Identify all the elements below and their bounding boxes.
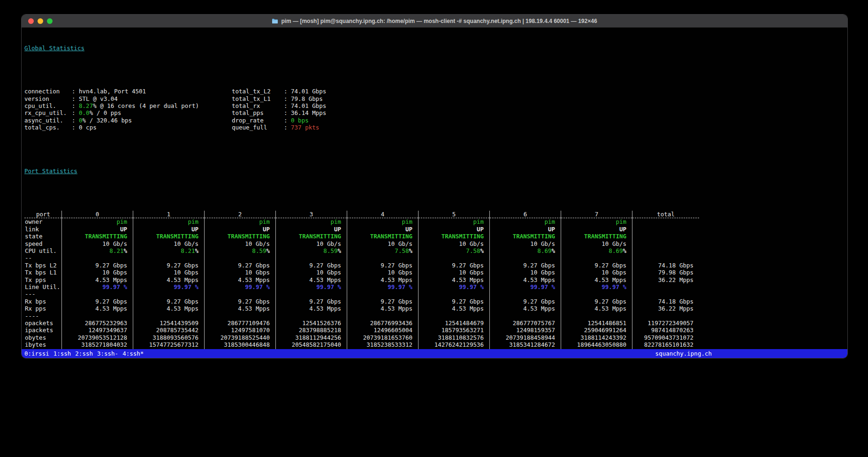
port-stat-cell: 20739188458944 [490, 334, 561, 341]
port-stat-cell: 286777109476 [205, 320, 276, 327]
port-stat-cell [561, 254, 632, 261]
port-stat-cell: 8.69% [490, 247, 561, 254]
port-stat-cell: 10 Gb/s [490, 240, 561, 247]
global-stat-line: rx_cpu_util.: 0.0% / 0 pps [24, 109, 232, 116]
port-stat-cell: 18964463050880 [561, 341, 632, 348]
port-table-header: port01234567total [24, 211, 699, 218]
row-label: opackets [24, 320, 62, 327]
port-stat-cell [133, 254, 205, 261]
port-stat-cell: 4.53 Mpps [490, 305, 561, 312]
row-label: Rx bps [24, 298, 62, 305]
tmux-window-item[interactable]: 3:ssh- [97, 349, 118, 358]
port-stat-cell: 987414870263 [632, 327, 700, 334]
port-stat-cell: UP [347, 226, 419, 233]
port-column-header: 0 [62, 211, 133, 218]
stat-label: cpu_util. [24, 102, 72, 109]
port-stat-cell: 12497349637 [62, 327, 133, 334]
port-stat-cell: 9.27 Gbps [205, 262, 276, 269]
port-stat-cell: 36.22 Mpps [632, 276, 700, 283]
port-stat-cell [133, 290, 205, 297]
port-stat-cell [205, 290, 276, 297]
port-stat-cell: 4.53 Mpps [347, 276, 419, 283]
global-stat-line: async_util.: 0% / 320.46 bps [24, 117, 232, 124]
global-stats-right-column: total_tx_L2: 74.01 Gbpstotal_tx_L1: 79.8… [232, 88, 326, 131]
port-stat-cell: 10 Gb/s [276, 240, 347, 247]
port-stat-cell: pim [490, 218, 561, 226]
port-stat-cell [561, 312, 632, 320]
port-stat-cell: 4.53 Mpps [347, 305, 419, 312]
port-stat-cell: pim [62, 218, 133, 226]
row-label: Tx bps L2 [24, 262, 62, 269]
port-stat-cell: 10 Gbps [133, 269, 205, 276]
port-stat-cell: 1197272349057 [632, 320, 700, 327]
port-column-header: 5 [419, 211, 490, 218]
port-stat-cell: 9.27 Gbps [133, 262, 205, 269]
global-stat-line: total_tx_L1: 79.8 Gbps [232, 95, 326, 102]
stat-value: % @ 16 cores (4 per dual port) [93, 102, 199, 109]
port-stat-cell: 8.21% [133, 247, 205, 254]
port-stat-cell: 10 Gbps [419, 269, 490, 276]
port-stat-cell: 4.53 Mpps [62, 276, 133, 283]
port-stat-cell: 9.27 Gbps [276, 262, 347, 269]
port-stat-cell [561, 290, 632, 297]
close-button[interactable] [28, 18, 34, 24]
port-stat-cell: 74.18 Gbps [632, 298, 700, 305]
port-stat-cell: UP [205, 226, 276, 233]
stat-label: total_pps [232, 109, 284, 116]
port-stat-cell: TRANSMITTING [205, 233, 276, 240]
tmux-window-item[interactable]: 4:ssh* [122, 349, 144, 358]
port-stat-cell [632, 240, 700, 247]
port-stat-cell: UP [276, 226, 347, 233]
port-stats-row-state: stateTRANSMITTINGTRANSMITTINGTRANSMITTIN… [24, 233, 699, 240]
minimize-button[interactable] [38, 18, 43, 24]
row-label: CPU util. [24, 247, 62, 254]
global-stat-line: cpu_util.: 8.27% @ 16 cores (4 per dual … [24, 102, 232, 109]
port-stats-row-ipackets: ipackets12497349637208785735442124975810… [24, 327, 699, 334]
row-label: link [24, 226, 62, 233]
row-label: owner [24, 218, 62, 226]
port-column-header: 3 [276, 211, 347, 218]
port-stat-cell: 9.27 Gbps [347, 262, 419, 269]
window-titlebar[interactable]: pim — [mosh] pim@squanchy.ipng.ch: /home… [22, 15, 847, 28]
global-stat-line: connection: hvn4.lab, Port 4501 [24, 88, 232, 95]
port-stats-row-cpu-util-: CPU util.8.21%8.21%8.59%8.59%7.58%7.58%8… [24, 247, 699, 254]
port-stat-cell [490, 254, 561, 261]
port-stat-cell [632, 233, 700, 240]
port-stat-cell [347, 254, 419, 261]
port-stat-cell: 12541486851 [561, 320, 632, 327]
row-label: Line Util. [24, 283, 62, 290]
fullscreen-button[interactable] [47, 18, 53, 24]
port-stats-row-ibytes: ibytes3185271804032157477256773123185300… [24, 341, 699, 348]
port-stat-cell: 286776993436 [347, 320, 419, 327]
tmux-window-item[interactable]: 1:ssh [53, 349, 71, 358]
port-stat-cell: 286777075767 [490, 320, 561, 327]
port-stat-cell: 10 Gb/s [133, 240, 205, 247]
tmux-window-item[interactable]: 2:ssh [75, 349, 93, 358]
stat-label: queue_full [232, 124, 284, 131]
tmux-status-bar: 0:irssi1:ssh2:ssh3:ssh-4:ssh* squanchy.i… [22, 349, 847, 358]
port-stat-cell: TRANSMITTING [62, 233, 133, 240]
port-stat-cell: 10 Gb/s [347, 240, 419, 247]
port-stat-cell: 9.27 Gbps [347, 298, 419, 305]
port-stat-cell: pim [419, 218, 490, 226]
port-stat-cell: 7.58% [419, 247, 490, 254]
port-stats-row-tx-bps-l1: Tx bps L110 Gbps10 Gbps10 Gbps10 Gbps10 … [24, 269, 699, 276]
port-stat-cell [632, 247, 700, 254]
port-stat-cell [490, 312, 561, 320]
tmux-window-item[interactable]: 0:irssi [24, 349, 49, 358]
port-stat-cell [205, 254, 276, 261]
port-stat-cell: pim [205, 218, 276, 226]
port-stat-cell: 82278165101632 [632, 341, 700, 348]
port-stat-cell: 4.53 Mpps [133, 276, 205, 283]
port-column-header: 4 [347, 211, 419, 218]
stat-label: total_rx [232, 102, 284, 109]
port-stat-cell [632, 226, 700, 233]
port-stat-cell [276, 312, 347, 320]
row-label: ipackets [24, 327, 62, 334]
port-stat-cell [276, 254, 347, 261]
row-label: Rx pps [24, 305, 62, 312]
port-stat-cell: 99.97 % [347, 283, 419, 290]
terminal-screen[interactable]: Global Statistics connection: hvn4.lab, … [22, 28, 847, 349]
port-stats-row-owner: ownerpimpimpimpimpimpimpimpim [24, 218, 699, 226]
global-stat-line: total_cps.: 0 cps [24, 124, 232, 131]
